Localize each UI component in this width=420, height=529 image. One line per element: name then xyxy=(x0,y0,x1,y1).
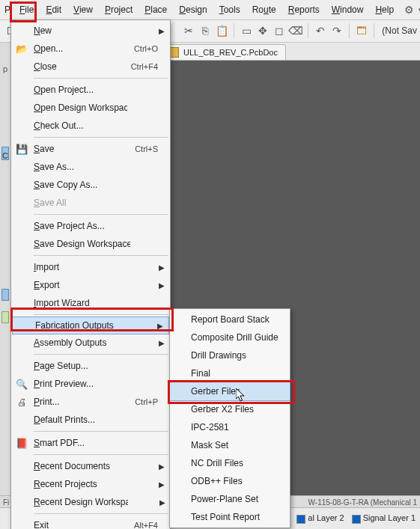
menu-shortcut: Ctrl+P xyxy=(122,397,158,406)
file-menu-item[interactable]: 📕Smart PDF... xyxy=(11,434,170,452)
settings-gear-icon[interactable]: ⚙ xyxy=(400,4,419,16)
print-icon: 🖨 xyxy=(13,394,31,409)
toolbar-clear-icon[interactable]: ⌫ xyxy=(288,23,303,38)
file-menu-item[interactable]: Save As... xyxy=(11,158,170,176)
submenu-arrow-icon: ▶ xyxy=(158,339,165,347)
toolbar-undo-icon[interactable]: ↶ xyxy=(313,23,328,38)
file-menu-item[interactable]: Default Prints... xyxy=(11,411,170,429)
file-menu-item[interactable]: Save Design Workspace As... xyxy=(11,235,170,253)
left-strip-handle[interactable] xyxy=(1,289,9,301)
toolbar-board-icon[interactable]: 🗔 xyxy=(354,23,369,38)
toolbar-paste-icon[interactable]: 📋 xyxy=(214,23,229,38)
toolbar-redo-icon[interactable]: ↷ xyxy=(329,23,344,38)
blank-icon xyxy=(13,177,31,192)
file-menu-item[interactable]: Export▶ xyxy=(11,276,170,294)
menu-separator xyxy=(34,513,168,514)
toolbar-cut-icon[interactable]: ✂ xyxy=(181,23,196,38)
preview-icon: 🔍 xyxy=(13,376,31,391)
menu-item-label: Check Out... xyxy=(31,120,122,131)
menu-item-label: Recent Design Workspaces xyxy=(31,497,128,507)
blank-icon xyxy=(13,278,31,293)
menu-window[interactable]: Window xyxy=(326,1,370,18)
file-menu-item[interactable]: Open Project... xyxy=(11,81,170,99)
file-menu-item[interactable]: 🔍Print Preview... xyxy=(11,375,170,393)
toolbar-deselect-icon[interactable]: ◻ xyxy=(272,23,287,38)
left-panel-strip[interactable]: p C xyxy=(0,42,11,507)
file-menu-item[interactable]: ExitAlt+F4 xyxy=(11,516,170,529)
file-menu-item[interactable]: Check Out... xyxy=(11,117,170,135)
submenu-item[interactable]: ODB++ Files xyxy=(170,472,290,490)
toolbar-move-icon[interactable]: ✥ xyxy=(255,23,270,38)
menu-tools[interactable]: Tools xyxy=(213,1,246,18)
document-tab[interactable]: ULL_CB_REV_C.PcbDoc xyxy=(160,44,286,60)
file-menu-item[interactable]: Fabrication Outputs▶ xyxy=(12,317,169,334)
menu-project[interactable]: Project xyxy=(99,1,139,18)
menu-item-label: Recent Documents xyxy=(31,461,122,471)
submenu-arrow-icon: ▶ xyxy=(158,27,165,35)
menu-shortcut: Ctrl+F4 xyxy=(122,62,158,71)
submenu-item[interactable]: IPC-2581 xyxy=(170,418,290,436)
submenu-item[interactable]: Final xyxy=(170,364,290,382)
menu-route[interactable]: Route xyxy=(246,1,282,18)
menu-shortcut: Ctrl+O xyxy=(122,44,158,53)
file-menu-item[interactable]: 💾SaveCtrl+S xyxy=(11,140,170,158)
menu-view[interactable]: View xyxy=(67,1,99,18)
menu-item-label: Import xyxy=(31,262,122,272)
menu-item-label: Save Design Workspace As... xyxy=(31,239,130,249)
file-menu-item[interactable]: CloseCtrl+F4 xyxy=(11,58,170,76)
submenu-arrow-icon: ▶ xyxy=(158,263,165,272)
footer-right: W-115-08-G-T-RA (Mechanical 1 xyxy=(308,498,420,507)
file-menu-item[interactable]: Recent Projects▶ xyxy=(11,475,170,493)
toolbar-select-icon[interactable]: ▭ xyxy=(239,23,254,38)
file-menu-item[interactable]: 🖨Print...Ctrl+P xyxy=(11,393,170,411)
submenu-item[interactable]: NC Drill Files xyxy=(170,454,290,472)
file-menu-item[interactable]: Import Wizard xyxy=(11,294,170,312)
submenu-item[interactable]: Gerber X2 Files xyxy=(170,400,290,418)
menu-item-label: Export xyxy=(31,280,122,290)
menu-separator xyxy=(34,214,168,215)
menu-edit[interactable]: Edit xyxy=(40,1,67,18)
file-menu-item[interactable]: Open Design Workspace... xyxy=(11,99,170,117)
submenu-arrow-icon: ▶ xyxy=(158,281,165,290)
submenu-item[interactable]: Report Board Stack xyxy=(170,311,290,328)
blank-icon xyxy=(14,318,32,333)
menu-design[interactable]: Design xyxy=(173,1,213,18)
file-menu-item[interactable]: Save Copy As... xyxy=(11,176,170,194)
blank-icon xyxy=(13,218,31,233)
file-menu-item[interactable]: 📂Open...Ctrl+O xyxy=(11,40,170,58)
file-menu-item[interactable]: Import▶ xyxy=(11,258,170,276)
submenu-item[interactable]: Drill Drawings xyxy=(170,346,290,364)
toolbar-copy-icon[interactable]: ⎘ xyxy=(198,23,213,38)
menu-item-label: Import Wizard xyxy=(31,298,122,308)
file-menu-item[interactable]: Save Project As... xyxy=(11,217,170,235)
menu-separator xyxy=(34,454,168,455)
file-menu-item[interactable]: Assembly Outputs▶ xyxy=(11,334,170,352)
blank-icon xyxy=(13,412,31,427)
file-menu-item[interactable]: Page Setup... xyxy=(11,357,170,375)
menu-place[interactable]: Place xyxy=(139,1,173,18)
menu-item-label: New xyxy=(31,25,122,36)
file-menu-item[interactable]: Recent Design Workspaces▶ xyxy=(11,493,170,511)
file-menu-item: Save All xyxy=(11,194,170,212)
submenu-item[interactable]: Gerber Files xyxy=(170,382,290,400)
submenu-item[interactable]: Composite Drill Guide xyxy=(170,328,290,346)
menu-item-label: Recent Projects xyxy=(31,479,122,489)
menubar: P File Edit View Project Place Design To… xyxy=(0,0,420,20)
layer-swatch-1[interactable]: Signal Layer 1 xyxy=(352,513,416,523)
submenu-item[interactable]: Test Point Report xyxy=(170,508,290,526)
submenu-item[interactable]: Power-Plane Set xyxy=(170,490,290,508)
menu-reports[interactable]: Reports xyxy=(282,1,326,18)
menu-item-label: Default Prints... xyxy=(31,415,122,425)
blank-icon xyxy=(13,358,31,373)
submenu-item[interactable]: Mask Set xyxy=(170,436,290,454)
layer-swatch-2[interactable]: al Layer 2 xyxy=(296,513,344,523)
file-menu-item[interactable]: Recent Documents▶ xyxy=(11,457,170,475)
left-strip-handle[interactable] xyxy=(1,311,9,323)
file-menu-item[interactable]: New▶ xyxy=(11,22,170,40)
menu-separator xyxy=(34,314,168,315)
toolbar-separator xyxy=(234,23,234,38)
menu-file[interactable]: File xyxy=(13,1,40,18)
menu-help[interactable]: Help xyxy=(369,1,400,18)
menu-item-label: Save All xyxy=(31,198,122,208)
menu-separator xyxy=(34,255,168,256)
